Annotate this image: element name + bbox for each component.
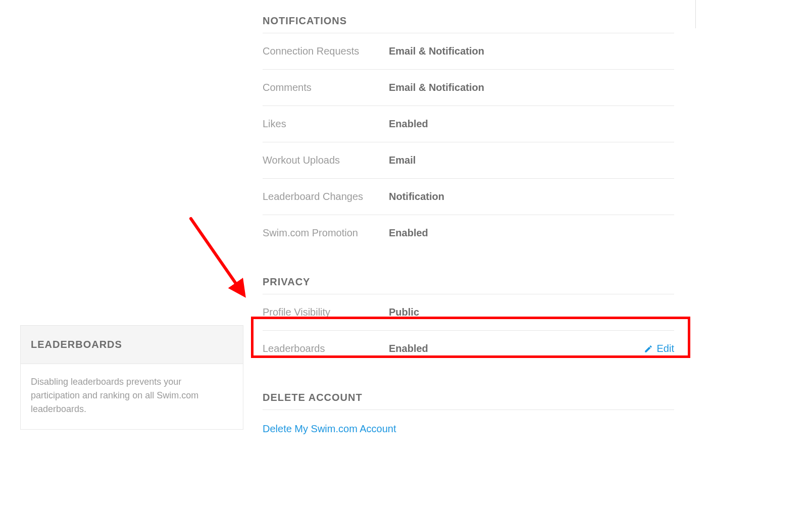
- pencil-icon: [644, 344, 653, 353]
- row-comments[interactable]: Comments Email & Notification: [263, 70, 674, 106]
- label-swimcom-promotion: Swim.com Promotion: [263, 227, 389, 239]
- value-workout-uploads: Email: [389, 155, 674, 166]
- delete-account-section: DELETE ACCOUNT Delete My Swim.com Accoun…: [263, 387, 674, 435]
- row-connection-requests[interactable]: Connection Requests Email & Notification: [263, 33, 674, 70]
- leaderboards-info-header: LEADERBOARDS: [21, 326, 243, 364]
- label-connection-requests: Connection Requests: [263, 45, 389, 57]
- label-workout-uploads: Workout Uploads: [263, 155, 389, 166]
- value-comments: Email & Notification: [389, 82, 674, 93]
- delete-account-link[interactable]: Delete My Swim.com Account: [263, 423, 396, 435]
- leaderboards-info-body: Disabling leaderboards prevents your par…: [21, 364, 243, 429]
- value-swimcom-promotion: Enabled: [389, 227, 674, 239]
- privacy-section: PRIVACY Profile Visibility Public Leader…: [263, 271, 674, 367]
- label-leaderboards: Leaderboards: [263, 343, 389, 354]
- value-likes: Enabled: [389, 118, 674, 130]
- label-profile-visibility: Profile Visibility: [263, 306, 389, 318]
- label-leaderboard-changes: Leaderboard Changes: [263, 191, 389, 202]
- row-leaderboards[interactable]: Leaderboards Enabled Edit: [263, 331, 674, 367]
- value-connection-requests: Email & Notification: [389, 45, 674, 57]
- svg-line-1: [191, 219, 242, 293]
- label-likes: Likes: [263, 118, 389, 130]
- row-likes[interactable]: Likes Enabled: [263, 106, 674, 142]
- value-profile-visibility: Public: [389, 306, 674, 318]
- notifications-section: NOTIFICATIONS Connection Requests Email …: [263, 10, 674, 251]
- annotation-arrow-icon: [187, 215, 252, 303]
- leaderboards-info-card: LEADERBOARDS Disabling leaderboards prev…: [20, 325, 243, 430]
- edit-leaderboards-button[interactable]: Edit: [644, 343, 674, 354]
- privacy-header: PRIVACY: [263, 271, 674, 294]
- value-leaderboards: Enabled: [389, 343, 644, 354]
- settings-main-column: NOTIFICATIONS Connection Requests Email …: [263, 10, 674, 435]
- label-comments: Comments: [263, 82, 389, 93]
- value-leaderboard-changes: Notification: [389, 191, 674, 202]
- edit-label: Edit: [657, 343, 674, 354]
- delete-account-header: DELETE ACCOUNT: [263, 387, 674, 410]
- notifications-header: NOTIFICATIONS: [263, 10, 674, 33]
- panel-divider: [695, 0, 696, 28]
- row-workout-uploads[interactable]: Workout Uploads Email: [263, 142, 674, 179]
- row-swimcom-promotion[interactable]: Swim.com Promotion Enabled: [263, 215, 674, 251]
- row-profile-visibility[interactable]: Profile Visibility Public: [263, 294, 674, 331]
- row-leaderboard-changes[interactable]: Leaderboard Changes Notification: [263, 179, 674, 215]
